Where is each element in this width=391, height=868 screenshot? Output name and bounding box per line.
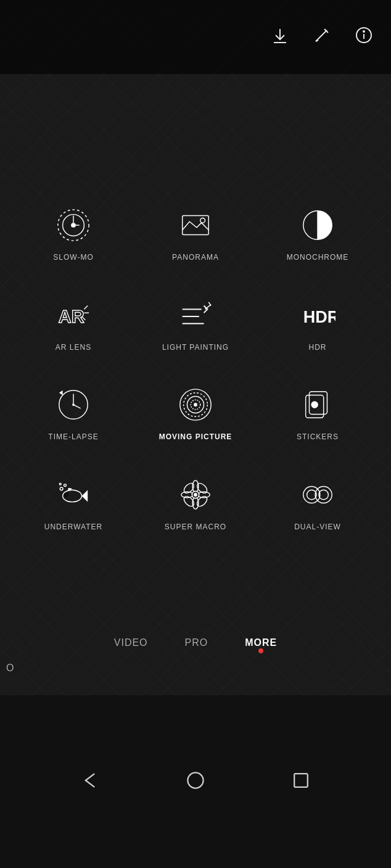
info-icon[interactable] bbox=[355, 27, 372, 48]
svg-line-2 bbox=[316, 30, 327, 41]
mode-underwater[interactable]: UNDERWATER bbox=[12, 473, 134, 532]
ar-lens-label: AR LENS bbox=[56, 343, 91, 353]
svg-point-63 bbox=[187, 772, 203, 788]
svg-point-14 bbox=[200, 218, 205, 223]
tab-more[interactable]: MORE bbox=[239, 637, 283, 648]
edit-icon[interactable] bbox=[313, 27, 331, 48]
tab-partial[interactable]: O bbox=[0, 663, 27, 674]
mode-monochrome[interactable]: MONOCHROME bbox=[257, 204, 379, 263]
mode-super-macro[interactable]: SUPER MACRO bbox=[134, 473, 257, 532]
stickers-icon bbox=[296, 383, 339, 426]
stickers-label: STICKERS bbox=[297, 432, 339, 442]
download-icon[interactable] bbox=[271, 27, 289, 48]
super-macro-label: SUPER MACRO bbox=[165, 523, 226, 532]
light-painting-label: LIGHT PAINTING bbox=[162, 343, 229, 353]
svg-line-24 bbox=[205, 304, 211, 309]
mode-moving-picture[interactable]: MOVING PICTURE bbox=[134, 383, 257, 442]
super-macro-icon bbox=[174, 473, 217, 516]
mode-panorama[interactable]: PANORAMA bbox=[134, 204, 257, 263]
mode-ar-lens[interactable]: AR AR LENS bbox=[12, 294, 134, 353]
mode-stickers[interactable]: STICKERS bbox=[257, 383, 379, 442]
svg-text:AR: AR bbox=[59, 306, 84, 326]
moving-picture-icon bbox=[174, 383, 217, 426]
modes-grid: SLOW-MO PANORAMA MONOCHROME AR bbox=[0, 204, 391, 532]
dual-view-icon bbox=[296, 473, 339, 516]
mode-time-lapse[interactable]: TIME-LAPSE bbox=[12, 383, 134, 442]
hdr-icon: HDR bbox=[296, 294, 339, 337]
hdr-label: HDR bbox=[309, 343, 327, 353]
panorama-icon bbox=[174, 204, 217, 247]
svg-line-18 bbox=[84, 305, 88, 309]
moving-picture-label: MOVING PICTURE bbox=[159, 432, 233, 442]
svg-rect-64 bbox=[295, 774, 308, 787]
mode-slow-mo[interactable]: SLOW-MO bbox=[12, 204, 134, 263]
svg-point-44 bbox=[65, 494, 66, 495]
svg-point-41 bbox=[63, 490, 82, 502]
svg-point-47 bbox=[59, 483, 61, 485]
time-lapse-icon bbox=[52, 383, 95, 426]
recents-button[interactable] bbox=[290, 769, 312, 794]
svg-point-7 bbox=[363, 31, 364, 32]
panorama-label: PANORAMA bbox=[172, 253, 219, 263]
svg-point-43 bbox=[65, 493, 68, 497]
bottom-tabs: VIDEO PRO MORE bbox=[0, 621, 391, 664]
tab-pro[interactable]: PRO bbox=[179, 637, 215, 648]
underwater-icon bbox=[52, 473, 95, 516]
svg-text:HDR: HDR bbox=[303, 307, 335, 326]
svg-point-30 bbox=[72, 403, 75, 406]
slow-mo-label: SLOW-MO bbox=[53, 253, 93, 263]
back-button[interactable] bbox=[79, 769, 101, 794]
mode-dual-view[interactable]: DUAL-VIEW bbox=[257, 473, 379, 532]
monochrome-icon bbox=[296, 204, 339, 247]
ar-lens-icon: AR bbox=[52, 294, 95, 337]
svg-point-58 bbox=[194, 493, 197, 497]
slow-mo-icon bbox=[52, 204, 95, 247]
monochrome-label: MONOCHROME bbox=[287, 253, 349, 263]
dual-view-label: DUAL-VIEW bbox=[294, 523, 341, 532]
svg-point-46 bbox=[64, 484, 67, 486]
underwater-label: UNDERWATER bbox=[44, 523, 102, 532]
svg-line-29 bbox=[73, 405, 81, 408]
svg-point-38 bbox=[311, 401, 318, 408]
mode-light-painting[interactable]: LIGHT PAINTING bbox=[134, 294, 257, 353]
svg-point-35 bbox=[194, 403, 197, 407]
home-button[interactable] bbox=[184, 769, 207, 794]
active-tab-indicator bbox=[258, 648, 263, 653]
time-lapse-label: TIME-LAPSE bbox=[48, 432, 98, 442]
svg-marker-42 bbox=[82, 490, 88, 502]
svg-point-60 bbox=[315, 486, 332, 503]
top-bar bbox=[0, 0, 391, 74]
mode-hdr[interactable]: HDR HDR bbox=[257, 294, 379, 353]
system-nav-bar bbox=[0, 695, 391, 868]
svg-point-45 bbox=[60, 487, 63, 490]
tab-video[interactable]: VIDEO bbox=[108, 637, 154, 648]
light-painting-icon bbox=[174, 294, 217, 337]
